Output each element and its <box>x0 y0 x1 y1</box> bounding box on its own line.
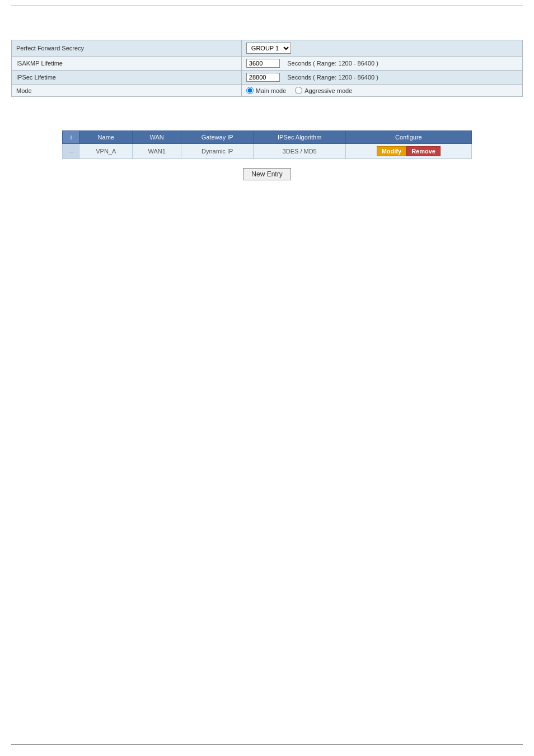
ipsec-input[interactable] <box>246 73 280 82</box>
col-name: Name <box>79 131 133 144</box>
mode-label: Mode <box>12 85 242 97</box>
new-entry-button[interactable]: New Entry <box>243 168 291 180</box>
remove-button[interactable]: Remove <box>406 146 441 156</box>
top-divider <box>11 6 523 6</box>
isakmp-row: ISAKMP Lifetime Seconds ( Range: 1200 - … <box>12 57 523 71</box>
isakmp-input[interactable] <box>246 59 280 68</box>
mode-row: Mode Main mode Aggressive mode <box>12 85 523 97</box>
ipsec-row: IPSec Lifetime Seconds ( Range: 1200 - 8… <box>12 71 523 85</box>
isakmp-label: ISAKMP Lifetime <box>12 57 242 71</box>
row-gateway-ip: Dynamic IP <box>181 144 254 159</box>
mode-radio-group: Main mode Aggressive mode <box>246 87 518 94</box>
row-wan: WAN1 <box>133 144 181 159</box>
col-wan: WAN <box>133 131 181 144</box>
col-gateway-ip: Gateway IP <box>181 131 254 144</box>
mode-value: Main mode Aggressive mode <box>241 85 522 97</box>
vpn-table: i Name WAN Gateway IP IPSec Algorithm Co… <box>62 130 471 159</box>
col-ipsec-algorithm: IPSec Algorithm <box>254 131 346 144</box>
ipsec-range: Seconds ( Range: 1200 - 86400 ) <box>287 74 378 81</box>
isakmp-range: Seconds ( Range: 1200 - 86400 ) <box>287 60 378 67</box>
row-i: -- <box>63 144 79 159</box>
pfs-row: Perfect Forward Secrecy GROUP 1 GROUP 2 … <box>12 40 523 57</box>
col-i: i <box>63 131 79 144</box>
modify-button[interactable]: Modify <box>377 146 406 156</box>
ipsec-value: Seconds ( Range: 1200 - 86400 ) <box>241 71 522 85</box>
isakmp-value: Seconds ( Range: 1200 - 86400 ) <box>241 57 522 71</box>
ipsec-label: IPSec Lifetime <box>12 71 242 85</box>
mode-main-label: Main mode <box>256 87 286 94</box>
table-row: -- VPN_A WAN1 Dynamic IP 3DES / MD5 Modi… <box>63 144 471 159</box>
settings-table: Perfect Forward Secrecy GROUP 1 GROUP 2 … <box>11 40 523 97</box>
row-configure: ModifyRemove <box>346 144 472 159</box>
pfs-value: GROUP 1 GROUP 2 GROUP 5 <box>241 40 522 57</box>
mode-aggressive-label: Aggressive mode <box>305 87 352 94</box>
col-configure: Configure <box>346 131 472 144</box>
mode-aggressive-radio[interactable] <box>295 87 302 94</box>
pfs-label: Perfect Forward Secrecy <box>12 40 242 57</box>
new-entry-wrapper: New Entry <box>11 168 523 180</box>
mode-main-radio[interactable] <box>246 87 254 94</box>
pfs-select[interactable]: GROUP 1 GROUP 2 GROUP 5 <box>246 43 291 54</box>
bottom-divider <box>11 744 523 745</box>
row-name: VPN_A <box>79 144 133 159</box>
row-ipsec-algorithm: 3DES / MD5 <box>254 144 346 159</box>
